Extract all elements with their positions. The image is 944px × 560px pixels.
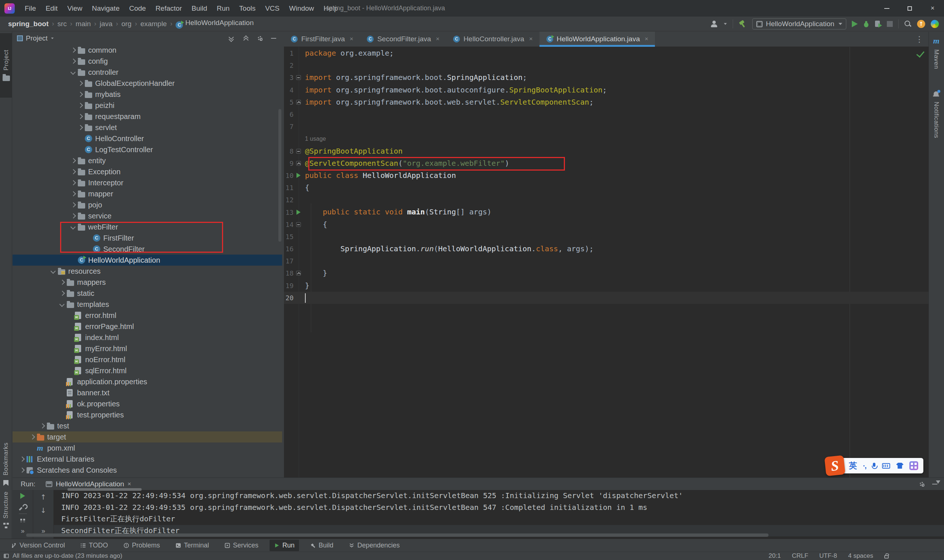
run-button[interactable] — [852, 21, 858, 27]
tree-item-service[interactable]: service — [12, 210, 282, 222]
close-icon[interactable]: × — [128, 480, 131, 488]
gear-icon[interactable] — [258, 36, 262, 40]
tree-item-requestparam[interactable]: requestparam — [12, 111, 282, 122]
tree-item-hellocontroller[interactable]: HelloController — [12, 133, 282, 144]
tree-item-mybatis[interactable]: mybatis — [12, 89, 282, 100]
code-line[interactable]: 20 — [284, 292, 929, 304]
code-line[interactable]: 13 public static void main(String[] args… — [284, 206, 929, 218]
tree-item-test[interactable]: test — [12, 420, 282, 431]
code-line[interactable]: 3import org.springframework.boot.SpringA… — [284, 71, 929, 84]
menu-item-edit[interactable]: Edit — [41, 0, 63, 17]
tab-firstfilter-java[interactable]: FirstFilter.java× — [284, 32, 360, 46]
code-line[interactable]: 1package org.example; — [284, 47, 929, 59]
vcs-status-text[interactable]: All files are up-to-date (23 minutes ago… — [12, 552, 122, 560]
sidebar-item-notifications[interactable]: Notifications — [933, 91, 940, 138]
project-scrollbar[interactable] — [278, 109, 281, 242]
code-line[interactable]: 11{ — [284, 182, 929, 194]
tree-item-mapper[interactable]: mapper — [12, 188, 282, 199]
menu-item-refactor[interactable]: Refactor — [151, 0, 187, 17]
caret-position[interactable]: 20:1 — [768, 552, 780, 560]
tree-item-application-properties[interactable]: application.properties — [12, 376, 282, 387]
console-hscrollbar[interactable] — [26, 534, 768, 537]
collapse-all-icon[interactable] — [243, 35, 249, 41]
build-hammer-icon[interactable] — [739, 20, 747, 28]
menu-item-window[interactable]: Window — [284, 0, 319, 17]
breadcrumb-item[interactable]: spring_boot — [7, 20, 50, 28]
user-profile-icon[interactable] — [711, 20, 718, 28]
hide-panel-icon[interactable] — [271, 38, 276, 39]
code-line[interactable]: 10public class HelloWorldApplication — [284, 169, 929, 182]
minimize-button[interactable] — [875, 0, 898, 17]
toolwindow-button-dependencies[interactable]: Dependencies — [344, 540, 404, 551]
toolwindow-button-terminal[interactable]: Terminal — [171, 540, 213, 551]
fold-marker-icon[interactable] — [293, 161, 304, 166]
scroll-to-end-icon[interactable] — [936, 480, 940, 484]
tree-item-entity[interactable]: entity — [12, 155, 282, 166]
tree-item-target[interactable]: target — [12, 431, 282, 443]
tree-item-sqlerror-html[interactable]: sqlError.html — [12, 365, 282, 376]
code-line[interactable]: 16 SpringApplication.run(HelloWorldAppli… — [284, 243, 929, 255]
ime-language-mode[interactable]: 英 — [849, 460, 857, 471]
sidebar-item-bookmarks[interactable]: Bookmarks — [2, 443, 9, 486]
tree-item-noerror-html[interactable]: noError.html — [12, 354, 282, 365]
run-console-output[interactable]: INFO 2023-01-22 22:49:49:534 org.springf… — [54, 490, 944, 538]
code-line[interactable]: 8@SpringBootApplication — [284, 145, 929, 157]
tree-item-controller[interactable]: controller — [12, 67, 282, 78]
sidebar-item-structure[interactable]: Structure — [2, 491, 9, 528]
tree-item-test-properties[interactable]: test.properties — [12, 409, 282, 420]
microphone-icon[interactable] — [872, 463, 876, 469]
search-everywhere-icon[interactable] — [904, 20, 912, 28]
file-encoding[interactable]: UTF-8 — [819, 552, 837, 560]
tree-item-peizhi[interactable]: peizhi — [12, 100, 282, 111]
tree-item-ok-properties[interactable]: ok.properties — [12, 398, 282, 409]
tree-item-myerror-html[interactable]: myError.html — [12, 343, 282, 354]
tab-secondfilter-java[interactable]: SecondFilter.java× — [360, 32, 446, 46]
indent-setting[interactable]: 4 spaces — [848, 552, 873, 560]
code-line[interactable]: 18 } — [284, 267, 929, 279]
rerun-button[interactable] — [20, 493, 25, 499]
run-gutter-icon[interactable] — [293, 173, 304, 178]
code-line[interactable]: 17 — [284, 255, 929, 267]
toolwindow-button-run[interactable]: Run — [270, 540, 299, 551]
fold-marker-icon[interactable] — [293, 271, 304, 275]
toolwindow-button-todo[interactable]: TODO — [76, 540, 113, 551]
code-line[interactable]: 7 — [284, 120, 929, 132]
menu-item-code[interactable]: Code — [124, 0, 150, 17]
tab-helloworldapplication-java[interactable]: HelloWorldApplication.java× — [540, 32, 655, 46]
toolwindow-button-services[interactable]: Services — [220, 540, 263, 551]
code-line[interactable]: 12 — [284, 194, 929, 206]
menu-item-file[interactable]: File — [20, 0, 41, 17]
sidebar-item-maven[interactable]: m Maven — [933, 37, 940, 69]
update-available-icon[interactable] — [917, 20, 925, 28]
tree-item-error-html[interactable]: error.html — [12, 310, 282, 321]
menu-item-view[interactable]: View — [62, 0, 87, 17]
sogou-logo-icon[interactable]: S — [824, 455, 845, 476]
close-icon[interactable]: × — [350, 35, 353, 43]
lock-icon[interactable] — [884, 555, 889, 558]
fold-marker-icon[interactable] — [293, 75, 304, 80]
breadcrumb-item[interactable]: java — [98, 20, 114, 28]
code-line[interactable]: 6 — [284, 108, 929, 120]
code-line[interactable]: 1 usage — [284, 132, 929, 145]
tree-item-templates[interactable]: templates — [12, 299, 282, 310]
more-actions-icon[interactable]: » — [21, 527, 24, 535]
code-line[interactable]: 4import org.springframework.boot.autocon… — [284, 84, 929, 96]
tree-item-common[interactable]: common — [12, 45, 282, 55]
tree-item-firstfilter[interactable]: FirstFilter — [12, 232, 282, 243]
tree-item-external-libraries[interactable]: External Libraries — [12, 454, 282, 465]
menu-item-vcs[interactable]: VCS — [260, 0, 284, 17]
tree-item-banner-txt[interactable]: banner.txt — [12, 387, 282, 398]
toolwindow-button-version-control[interactable]: Version Control — [7, 540, 69, 551]
tab-hellocontroller-java[interactable]: HelloController.java× — [446, 32, 540, 46]
tree-item-errorpage-html[interactable]: errorPage.html — [12, 321, 282, 332]
usage-hint[interactable]: 1 usage — [304, 135, 326, 142]
project-panel-title[interactable]: Project — [26, 34, 48, 42]
expand-all-icon[interactable] — [228, 35, 234, 41]
code-line[interactable]: 9@ServletComponentScan("org.example.webF… — [284, 157, 929, 169]
fold-marker-icon[interactable] — [293, 100, 304, 105]
breadcrumb-item[interactable]: example — [139, 20, 168, 28]
sidebar-item-project[interactable]: Project — [0, 33, 12, 98]
layout-grid-icon[interactable] — [20, 519, 25, 522]
tree-item-pom-xml[interactable]: mpom.xml — [12, 443, 282, 454]
layout-icon[interactable] — [4, 554, 9, 558]
